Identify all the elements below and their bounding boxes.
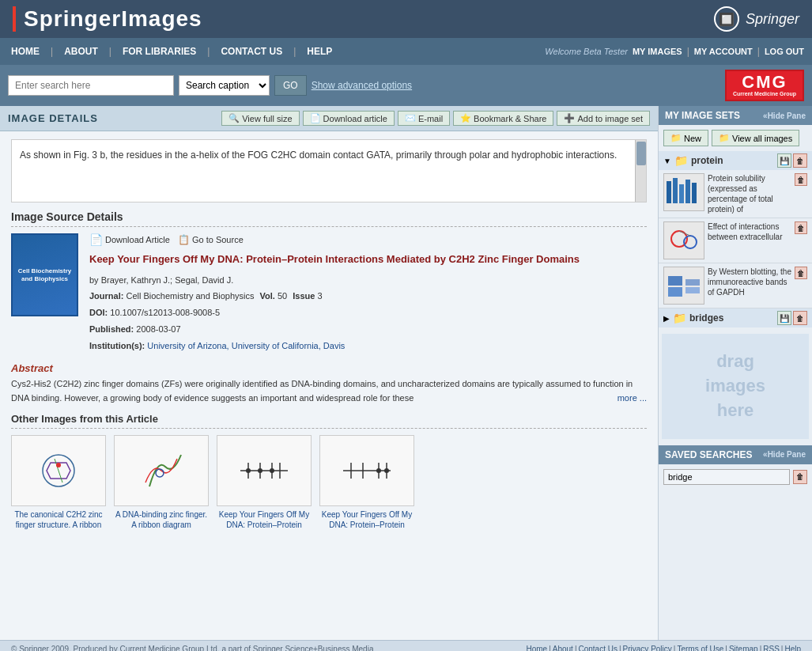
footer-sitemap[interactable]: Sitemap (729, 645, 758, 651)
footer-privacy-policy[interactable]: Privacy Policy (623, 645, 672, 651)
thumb-label-2[interactable]: A DNA-binding zinc finger. A ribbon diag… (114, 509, 209, 530)
email-button[interactable]: ✉️ E-mail (398, 111, 450, 126)
view-full-size-button[interactable]: 🔍 View full size (221, 111, 299, 126)
add-icon: ➕ (564, 113, 575, 123)
article-title: Keep Your Fingers Off My DNA: Protein–Pr… (89, 252, 647, 267)
protein-thumb-2[interactable] (663, 221, 704, 259)
thumb-box-3[interactable] (217, 435, 312, 506)
svg-rect-21 (679, 184, 684, 203)
logo-text: SpringerImages (24, 6, 202, 32)
save-bridges-button[interactable]: 💾 (777, 311, 791, 325)
svg-rect-23 (692, 183, 697, 203)
footer-rss[interactable]: RSS (763, 645, 780, 651)
vol-label: Vol. (260, 291, 275, 301)
delete-image-3[interactable]: 🗑 (795, 267, 807, 279)
source-info: 📄 Download Article 📋 Go to Source Keep Y… (89, 233, 647, 354)
protein-desc-3: By Western blotting, the immunoreactive … (708, 267, 791, 297)
protein-thumb-3[interactable] (663, 267, 704, 305)
view-all-button[interactable]: 📁 View all images (712, 130, 799, 146)
footer-contact-us[interactable]: Contact Us (579, 645, 617, 651)
footer-terms-of-use[interactable]: Terms of Use (677, 645, 723, 651)
delete-bridges-button[interactable]: 🗑 (793, 311, 807, 325)
footer: © Springer 2009. Produced by Current Med… (0, 640, 812, 651)
drag-drop-area[interactable]: drag images here (662, 334, 809, 438)
protein-thumb-1[interactable] (663, 173, 704, 211)
image-preview: As shown in Fig. 3 b, the residues in th… (11, 139, 647, 202)
published: 2008-03-07 (136, 324, 180, 334)
show-advanced-link[interactable]: Show advanced options (312, 80, 412, 91)
issue: 3 (317, 291, 322, 301)
go-to-source-link[interactable]: 📋 Go to Source (178, 233, 244, 246)
svg-rect-19 (667, 181, 671, 203)
more-link[interactable]: more ... (617, 392, 647, 406)
my-account-link[interactable]: MY ACCOUNT (694, 47, 753, 56)
thumb-label-4[interactable]: Keep Your Fingers Off My DNA: Protein–Pr… (319, 509, 414, 530)
bookmark-share-button[interactable]: ⭐ Bookmark & Share (453, 111, 553, 126)
nav-about[interactable]: ABOUT (53, 38, 109, 65)
footer-about[interactable]: About (553, 645, 573, 651)
search-input[interactable] (8, 75, 174, 96)
save-protein-button[interactable]: 💾 (777, 153, 791, 168)
nav-help[interactable]: HELP (296, 38, 343, 65)
nav-for-libraries[interactable]: FOR LIBRARIES (111, 38, 207, 65)
pdf-icon: 📄 (310, 113, 321, 123)
folder-controls-protein: 💾 🗑 (777, 153, 807, 168)
new-folder-button[interactable]: 📁 New (663, 130, 708, 146)
download-article-link[interactable]: 📄 Download Article (89, 233, 170, 246)
preview-scrollbar[interactable] (635, 140, 646, 202)
nav-contact-us[interactable]: CONTACT US (210, 38, 293, 65)
delete-saved-search-button[interactable]: 🗑 (793, 470, 807, 484)
expand-icon[interactable]: ▼ (663, 157, 671, 165)
folder-icon: 📁 (670, 133, 682, 143)
svg-point-2 (56, 463, 61, 467)
cmg-logo: CMG Current Medicine Group (725, 70, 804, 101)
thumb-box-1[interactable] (11, 435, 106, 506)
content-area: IMAGE DETAILS 🔍 View full size 📄 Downloa… (0, 106, 658, 640)
download-article-button[interactable]: 📄 Download article (303, 111, 395, 126)
logout-link[interactable]: LOG OUT (765, 47, 804, 56)
footer-help[interactable]: Help (784, 645, 801, 651)
add-to-image-set-button[interactable]: ➕ Add to image set (557, 111, 650, 126)
delete-image-2[interactable]: 🗑 (795, 221, 807, 234)
svg-rect-30 (685, 287, 700, 293)
saved-search-value[interactable] (663, 469, 790, 485)
doi-label: DOI: (89, 308, 108, 317)
saved-searches-title: SAVED SEARCHES (665, 449, 752, 460)
nav-home[interactable]: HOME (0, 38, 51, 65)
book-cover: Cell Biochemistry and Biophysics (11, 233, 78, 316)
expand-icon-bridges[interactable]: ▶ (663, 314, 670, 323)
svg-point-18 (384, 468, 389, 473)
footer-home[interactable]: Home (526, 645, 547, 651)
my-image-sets-title: MY IMAGE SETS (665, 110, 740, 121)
springer-label: Springer (746, 11, 799, 28)
abstract-title: Abstract (11, 362, 647, 374)
copyright: © Springer 2009. Produced by Current Med… (11, 645, 373, 651)
thumb-box-4[interactable] (319, 435, 414, 506)
folder-controls-bridges: 💾 🗑 (777, 311, 807, 325)
folder-row-bridges: ▶ 📁 bridges 💾 🗑 (659, 308, 812, 327)
panel-actions: 📁 New 📁 View all images (659, 125, 812, 151)
my-images-link[interactable]: MY IMAGES (633, 47, 682, 56)
hide-pane-button[interactable]: «Hide Pane (763, 112, 806, 120)
folder-icon-bridges: 📁 (673, 312, 686, 324)
saved-search-row: 🗑 (659, 464, 812, 490)
book-cover-text: Cell Biochemistry and Biophysics (16, 267, 74, 284)
thumb-label-1[interactable]: The canonical C2H2 zinc finger structure… (11, 509, 106, 530)
saved-searches-hide-pane[interactable]: «Hide Pane (763, 450, 806, 459)
svg-point-11 (270, 468, 274, 473)
published-label: Published: (89, 324, 134, 334)
institutions[interactable]: University of Arizona, University of Cal… (147, 341, 345, 350)
main-area: IMAGE DETAILS 🔍 View full size 📄 Downloa… (0, 106, 812, 640)
search-bar: Search caption Search title Search abstr… (0, 65, 812, 106)
by-label: by (89, 275, 99, 285)
folder-row-protein: ▼ 📁 protein 💾 🗑 (659, 151, 812, 170)
thumb-box-2[interactable] (114, 435, 209, 506)
search-go-button[interactable]: GO (274, 75, 307, 96)
search-type-select[interactable]: Search caption Search title Search abstr… (179, 75, 270, 96)
thumb-label-3[interactable]: Keep Your Fingers Off My DNA: Protein–Pr… (217, 509, 312, 530)
folder-name-bridges: ▶ 📁 bridges (663, 312, 723, 324)
delete-protein-button[interactable]: 🗑 (793, 153, 807, 168)
protein-desc-2: Effect of interactions between extracell… (708, 221, 791, 242)
abstract-text: Cys2-His2 (C2H2) zinc finger domains (ZF… (11, 377, 647, 405)
delete-image-1[interactable]: 🗑 (795, 173, 807, 186)
